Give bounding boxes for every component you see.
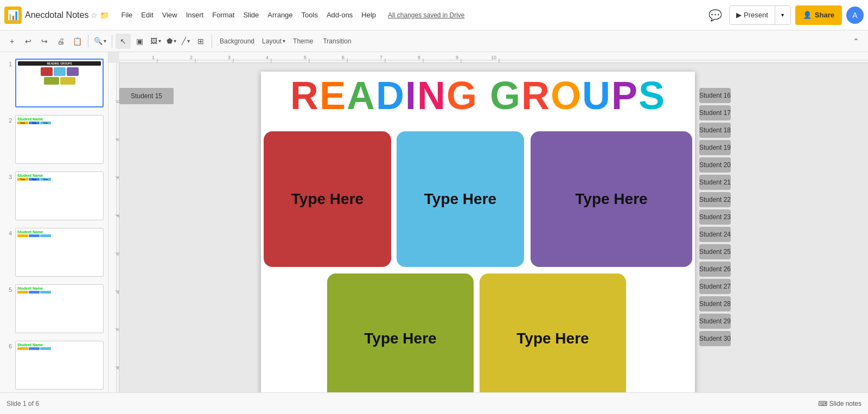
line-tool[interactable]: ╱▾ <box>180 34 192 49</box>
menu-file[interactable]: File <box>117 9 137 21</box>
paint-format-button[interactable]: 📋 <box>69 34 85 49</box>
slide-preview-2: Student Name Note Note Note <box>15 115 104 164</box>
save-status: All changes saved in Drive <box>388 11 464 19</box>
type-box-purple[interactable]: Type Here <box>531 131 692 267</box>
letter-A: A <box>347 74 376 117</box>
slide-thumb-6[interactable]: 6 Student Name <box>2 339 106 392</box>
svg-text:3: 3 <box>228 55 231 60</box>
svg-text:6: 6 <box>116 291 119 294</box>
menu-view[interactable]: View <box>158 9 182 21</box>
type-box-red[interactable]: Type Here <box>264 131 391 267</box>
svg-text:6: 6 <box>342 55 344 60</box>
student-btn-24[interactable]: Student 24 <box>699 227 731 242</box>
slide-canvas-area[interactable]: Student 1 Student 2 Student 3 Student 4 … <box>119 63 868 392</box>
letter-G: G <box>446 74 478 117</box>
student-btn-20[interactable]: Student 20 <box>699 157 731 173</box>
slide-thumb-2[interactable]: 2 Student Name Note Note Note <box>2 113 106 166</box>
main-area: 1 READING GROUPS 2 <box>0 52 868 392</box>
print-button[interactable]: 🖨 <box>53 34 68 49</box>
share-label: Share <box>815 11 834 19</box>
theme-button[interactable]: Theme <box>289 34 317 49</box>
type-here-yellow: Type Here <box>516 330 589 347</box>
doc-title-area: Anecdotal Notes ☆ 📁 <box>25 10 109 20</box>
transition-button[interactable]: Transition <box>318 34 355 49</box>
menu-slide[interactable]: Slide <box>239 9 263 21</box>
star-icon[interactable]: ☆ <box>91 11 98 20</box>
present-dropdown-arrow[interactable]: ▾ <box>775 6 790 24</box>
background-button[interactable]: Background <box>215 34 259 49</box>
student-btn-21[interactable]: Student 21 <box>699 175 731 190</box>
letter-P: P <box>611 74 639 117</box>
svg-text:8: 8 <box>116 367 119 370</box>
slide-thumb-1[interactable]: 1 READING GROUPS <box>2 56 106 110</box>
student-btn-17[interactable]: Student 17 <box>699 105 731 120</box>
slide-preview-5: Student Name <box>15 284 104 333</box>
student-btn-23[interactable]: Student 23 <box>699 209 731 225</box>
slide-thumb-5[interactable]: 5 Student Name <box>2 282 106 335</box>
share-icon: 👤 <box>803 11 812 19</box>
svg-text:7: 7 <box>380 55 382 60</box>
student-btn-25[interactable]: Student 25 <box>699 244 731 259</box>
student-btn-16[interactable]: Student 16 <box>699 88 731 103</box>
folder-icon[interactable]: 📁 <box>100 11 109 20</box>
letter-I: I <box>405 74 417 117</box>
collapse-button[interactable]: ⌃ <box>848 34 864 49</box>
speaker-notes-toggle[interactable]: ⌨ Slide notes <box>818 400 861 407</box>
student-btn-19[interactable]: Student 19 <box>699 140 731 155</box>
slides-panel: 1 READING GROUPS 2 <box>0 52 108 392</box>
type-box-blue[interactable]: Type Here <box>397 131 524 267</box>
svg-text:1: 1 <box>116 101 119 104</box>
student-btn-30[interactable]: Student 30 <box>699 331 731 346</box>
doc-title: Anecdotal Notes ☆ 📁 <box>25 10 109 20</box>
svg-text:7: 7 <box>116 329 119 332</box>
user-avatar[interactable]: A <box>846 7 864 24</box>
bottom-bar: Slide 1 of 6 ⌨ Slide notes <box>0 392 868 414</box>
canvas-wrapper: 1 2 3 4 5 6 7 8 9 10 1 <box>108 52 868 392</box>
type-here-blue: Type Here <box>424 190 496 208</box>
letter-U: U <box>582 74 611 117</box>
menu-edit[interactable]: Edit <box>137 9 157 21</box>
zoom-dropdown[interactable]: 🔍 ▾ <box>92 34 108 49</box>
undo-button[interactable]: ↩ <box>21 34 36 49</box>
type-box-green[interactable]: Type Here <box>327 273 474 392</box>
menu-tools[interactable]: Tools <box>297 9 322 21</box>
add-slide-button[interactable]: + <box>4 34 20 49</box>
menu-arrange[interactable]: Arrange <box>263 9 297 21</box>
slide-num-5: 5 <box>4 286 12 293</box>
more-tools[interactable]: ⊞ <box>193 34 208 49</box>
layout-dropdown[interactable]: Layout▾ <box>260 34 288 49</box>
svg-text:3: 3 <box>116 177 119 180</box>
top-right-area: 💬 ▶ Present ▾ 👤 Share A <box>705 5 864 25</box>
shape-tool[interactable]: ⬟▾ <box>164 34 178 49</box>
redo-button[interactable]: ↪ <box>37 34 52 49</box>
slide-thumb-4[interactable]: 4 Student Name <box>2 226 106 279</box>
student-btn-26[interactable]: Student 26 <box>699 262 731 277</box>
letter-R: R <box>290 74 320 117</box>
student-btn-15[interactable]: Student 15 <box>119 88 174 104</box>
student-btn-28[interactable]: Student 28 <box>699 296 731 311</box>
slide-preview-4: Student Name <box>15 228 104 277</box>
image-tool[interactable]: 🖼▾ <box>148 34 163 49</box>
zoom-icon: 🔍 <box>94 37 103 45</box>
comment-button[interactable]: 💬 <box>705 5 725 25</box>
student-btn-22[interactable]: Student 22 <box>699 192 731 207</box>
menu-help[interactable]: Help <box>357 9 380 21</box>
student-btn-18[interactable]: Student 18 <box>699 123 731 138</box>
share-button[interactable]: 👤 Share <box>795 5 842 25</box>
toolbar-right: ⌃ <box>848 34 864 49</box>
textbox-tool[interactable]: ▣ <box>132 34 147 49</box>
student-btn-29[interactable]: Student 29 <box>699 314 731 329</box>
slide-thumb-3[interactable]: 3 Student Name Note Note Note <box>2 169 106 222</box>
letter-R2: R <box>521 74 551 117</box>
menu-addons[interactable]: Add-ons <box>322 9 357 21</box>
present-main[interactable]: ▶ Present <box>730 6 775 24</box>
type-box-yellow[interactable]: Type Here <box>480 273 626 392</box>
letter-G2: G <box>490 74 521 117</box>
svg-text:2: 2 <box>190 55 193 60</box>
menu-insert[interactable]: Insert <box>182 9 208 21</box>
title-text: Anecdotal Notes <box>25 10 88 20</box>
cursor-tool[interactable]: ↖ <box>116 34 131 49</box>
menu-format[interactable]: Format <box>208 9 239 21</box>
present-button[interactable]: ▶ Present ▾ <box>729 5 790 25</box>
student-btn-27[interactable]: Student 27 <box>699 279 731 294</box>
